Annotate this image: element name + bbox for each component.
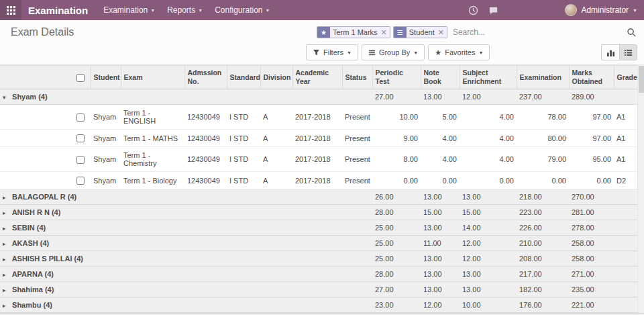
cell-year: 2017-2018 [292, 147, 342, 172]
group-total-marks: 221.00 [569, 298, 614, 313]
menu-examination[interactable]: Examination ▼ [97, 0, 161, 20]
exam-table-body: ▾ Shyam (4)27.0013.0012.00237.00289.00Sh… [0, 89, 637, 313]
cell-exam: Term 1 - ENGLISH [121, 105, 184, 130]
filters-button[interactable]: Filters ▼ [306, 44, 358, 60]
chevron-down-icon: ▼ [413, 50, 418, 55]
search-facet-student[interactable]: ☰ Student ✕ [393, 26, 447, 38]
row-checkbox[interactable] [76, 114, 85, 122]
row-checkbox[interactable] [76, 177, 85, 185]
remove-facet-icon[interactable]: ✕ [437, 27, 447, 38]
caret-right-icon: ▸ [3, 302, 10, 309]
exam-row[interactable]: ShyamTerm 1 - Chemistry12430049I STDA201… [0, 147, 637, 172]
group-row-shahima[interactable]: ▸ Shahima (4)27.0013.0013.00182.00235.00 [0, 282, 637, 298]
select-all-checkbox[interactable] [76, 74, 85, 82]
group-total-periodic: 28.00 [372, 205, 421, 220]
column-header-grade[interactable]: Grade [614, 66, 637, 89]
search-icon[interactable] [627, 27, 637, 38]
group-row-shambu[interactable]: ▸ Shambu (4)23.0012.0010.00176.00221.00 [0, 298, 637, 313]
list-view-button[interactable] [619, 44, 637, 60]
row-checkbox[interactable] [76, 156, 85, 164]
search-input[interactable] [450, 28, 627, 37]
column-header-label: Standard [230, 73, 261, 81]
app-title[interactable]: Examination [21, 5, 97, 16]
group-total-examination: 237.00 [517, 89, 569, 105]
group-row-shyam[interactable]: ▾ Shyam (4)27.0013.0012.00237.00289.00 [0, 89, 637, 105]
row-checkbox[interactable] [76, 134, 85, 142]
column-header-examination[interactable]: Examination [517, 66, 569, 89]
group-total-periodic: 27.00 [372, 282, 421, 298]
group-by-button[interactable]: Group By ▼ [362, 44, 425, 60]
group-total-notebook: 13.00 [421, 282, 460, 298]
group-total-marks: 235.00 [569, 282, 614, 298]
exam-row[interactable]: ShyamTerm 1 - ENGLISH12430049I STDA2017-… [0, 105, 637, 130]
column-header-student[interactable]: Student [91, 66, 121, 89]
cell-student: Shyam [91, 130, 121, 147]
remove-facet-icon[interactable]: ✕ [380, 27, 390, 38]
apps-menu-button[interactable] [0, 0, 21, 20]
column-header-marks-obtained[interactable]: Marks Obtained [569, 66, 614, 89]
cell-division: A [260, 105, 292, 130]
column-header-standard[interactable]: Standard [227, 66, 260, 89]
graph-view-button[interactable] [601, 44, 619, 60]
exam-table: StudentExamAdmssion No.StandardDivisionA… [0, 65, 637, 313]
group-row-ashish-s-pillai[interactable]: ▸ ASHISH S PILLAI (4)25.0013.0012.00208.… [0, 251, 637, 267]
group-total-grade [614, 89, 637, 105]
column-header-admssion-no[interactable]: Admssion No. [184, 66, 227, 89]
group-total-marks: 281.00 [569, 205, 614, 220]
menu-examination-label: Examination [103, 5, 148, 15]
facet-label: Term 1 Marks [330, 27, 380, 38]
column-header-periodic-test[interactable]: Periodic Test [372, 66, 421, 89]
cell-subject: 4.00 [460, 147, 517, 172]
menu-reports[interactable]: Reports ▼ [161, 0, 209, 20]
exam-row[interactable]: ShyamTerm 1 - Biology12430049I STDA2017-… [0, 172, 637, 189]
favorites-button[interactable]: ★ Favorites ▼ [428, 44, 490, 60]
group-total-periodic: 25.00 [372, 236, 421, 251]
column-header-subject-enrichment[interactable]: Subject Enrichment [460, 66, 517, 89]
group-total-periodic: 26.00 [372, 189, 421, 205]
search-bar[interactable]: ★ Term 1 Marks ✕ ☰ Student ✕ [317, 24, 637, 40]
top-navbar: Examination Examination ▼ Reports ▼ Conf… [0, 0, 644, 20]
menu-reports-label: Reports [167, 5, 195, 15]
cell-notebook: 4.00 [421, 147, 460, 172]
group-row-sebin[interactable]: ▸ SEBIN (4)25.0013.0014.00226.00278.00 [0, 220, 637, 236]
column-header-academic-year[interactable]: Academic Year [292, 66, 342, 89]
cell-periodic: 0.00 [372, 172, 421, 189]
group-total-periodic: 27.00 [372, 89, 421, 105]
group-row-balagopal-r[interactable]: ▸ BALAGOPAL R (4)26.0013.0013.00218.0027… [0, 189, 637, 205]
group-total-grade [614, 220, 637, 236]
messages-bubble-icon[interactable] [488, 5, 499, 15]
row-checkbox-cell [74, 130, 91, 147]
cell-grade: A1 [614, 105, 637, 130]
group-total-subject: 13.00 [460, 189, 517, 205]
column-header-status[interactable]: Status [342, 66, 372, 89]
column-header-exam[interactable]: Exam [121, 66, 184, 89]
cell-standard: I STD [227, 105, 260, 130]
list-icon [624, 48, 633, 57]
caret-right-icon: ▸ [3, 271, 10, 278]
vertical-scrollbar[interactable] [637, 65, 644, 313]
column-header-division[interactable]: Division [260, 66, 292, 89]
cell-grade: D2 [614, 172, 637, 189]
menu-configuration[interactable]: Configuration ▼ [209, 0, 276, 20]
search-options-toolbar: Filters ▼ Group By ▼ ★ Favorites ▼ [306, 44, 490, 60]
group-total-grade [614, 251, 637, 267]
caret-right-icon: ▸ [3, 210, 10, 216]
group-label: ▸ BALAGOPAL R (4) [0, 189, 372, 205]
group-row-akash[interactable]: ▸ AKASH (4)25.0011.0012.00210.00258.00 [0, 236, 637, 251]
search-facet-term1-marks[interactable]: ★ Term 1 Marks ✕ [317, 26, 390, 38]
column-header-label: Marks Obtained [572, 69, 603, 86]
group-row-aparna[interactable]: ▸ APARNA (4)28.0013.0013.00217.00271.00 [0, 267, 637, 282]
group-label: ▸ Shahima (4) [0, 282, 372, 298]
group-total-subject: 15.00 [460, 205, 517, 220]
column-header-note-book[interactable]: Note Book [421, 66, 460, 89]
column-header-label: Student [94, 73, 120, 81]
group-total-subject: 12.00 [460, 89, 517, 105]
scrollbar-thumb[interactable] [639, 66, 644, 93]
exam-row[interactable]: ShyamTerm 1 - MATHS12430049I STDA2017-20… [0, 130, 637, 147]
group-total-subject: 12.00 [460, 251, 517, 267]
user-menu[interactable]: Administrator ▼ [565, 4, 637, 16]
activities-clock-icon[interactable] [468, 5, 479, 15]
facet-label: Student [407, 27, 437, 38]
group-row-anish-r-n[interactable]: ▸ ANISH R N (4)28.0015.0015.00223.00281.… [0, 205, 637, 220]
cell-admission: 12430049 [184, 130, 227, 147]
